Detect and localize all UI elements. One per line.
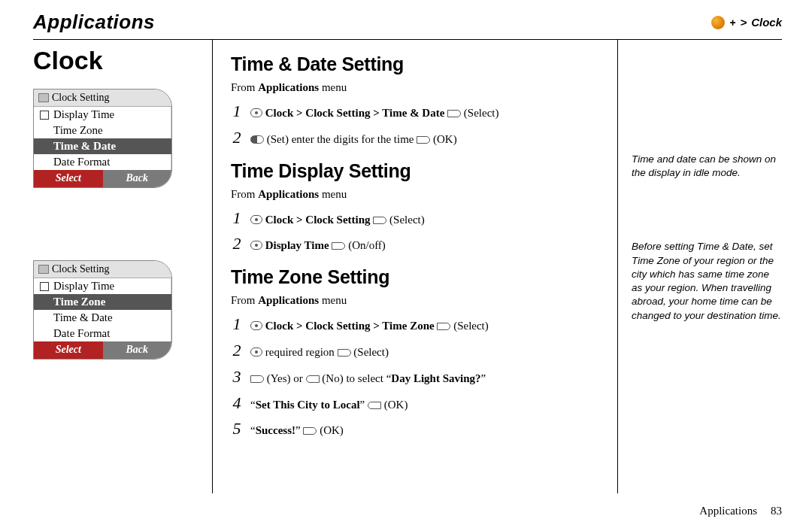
- softkey-back: Back: [103, 341, 172, 359]
- left-softkey-icon: [332, 242, 345, 250]
- right-softkey-icon: [368, 402, 381, 409]
- content-column: Time & Date Setting From Applications me…: [212, 40, 618, 493]
- softkey-back: Back: [103, 170, 172, 187]
- phone-title: Clock Setting: [52, 263, 110, 275]
- step: 2 required region (Select): [231, 339, 599, 363]
- from-line: From Applications menu: [231, 81, 599, 94]
- nav-key-icon: [250, 241, 262, 250]
- phone-titlebar: Clock Setting: [34, 261, 171, 278]
- nav-key-icon: [250, 347, 262, 357]
- nav-key-icon: [250, 321, 262, 330]
- breadcrumb-label: Clock: [751, 16, 782, 29]
- step-body: Clock > Clock Setting > Time & Date (Sel…: [250, 105, 599, 121]
- step: 2 Display Time (On/off): [231, 232, 599, 256]
- phone-row: Time Zone: [34, 123, 171, 138]
- left-softkey-icon: [250, 375, 264, 383]
- clock-setting-icon: [38, 93, 49, 102]
- step-body: Display Time (On/off): [250, 238, 599, 253]
- phone-row: Date Format: [34, 154, 171, 170]
- phone-softkeys: Select Back: [34, 170, 171, 187]
- step: 3 (Yes) or (No) to select “Day Light Sav…: [231, 366, 599, 389]
- side-note: Before setting Time & Date, set Time Zon…: [632, 240, 782, 322]
- right-softkey-icon: [306, 375, 320, 383]
- side-note: Time and date can be shown on the displa…: [632, 153, 782, 180]
- clock-setting-icon: [38, 265, 49, 274]
- phone-row: Display Time: [34, 107, 171, 123]
- section-heading: Time Zone Setting: [231, 266, 599, 288]
- phone-softkeys: Select Back: [34, 341, 171, 359]
- phone-row: Date Format: [34, 326, 171, 341]
- left-softkey-icon: [437, 323, 450, 330]
- phone-title: Clock Setting: [52, 92, 110, 104]
- phone-screenshot-1: Clock Setting Display Time Time Zone Tim…: [33, 89, 172, 188]
- breadcrumb: + > Clock: [711, 16, 782, 29]
- checkbox-icon: [40, 111, 49, 120]
- page-number: 83: [771, 505, 782, 517]
- checkbox-icon: [40, 282, 49, 291]
- page-footer: Applications 83: [699, 505, 782, 517]
- nav-key-icon: [250, 215, 262, 224]
- section-title: Applications: [33, 11, 155, 34]
- phone-titlebar: Clock Setting: [34, 90, 171, 107]
- plus-icon: +: [729, 17, 735, 29]
- step-num: 1: [231, 100, 243, 123]
- left-column: Clock Clock Setting Display Time Time Zo…: [33, 40, 212, 493]
- step: 1 Clock > Clock Setting (Select): [231, 207, 599, 230]
- step-body: (Set) enter the digits for the time (OK): [250, 132, 599, 147]
- step: 5 “Success!” (OK): [231, 417, 599, 441]
- left-softkey-icon: [417, 136, 430, 144]
- step: 4 “Set This City to Local” (OK): [231, 392, 599, 415]
- step-num: 5: [231, 417, 243, 441]
- page-title: Clock: [33, 46, 212, 75]
- softkey-select: Select: [34, 170, 103, 187]
- step: 1 Clock > Clock Setting > Time & Date (S…: [231, 100, 599, 123]
- left-softkey-icon: [447, 110, 461, 117]
- step-num: 4: [231, 392, 243, 415]
- softkey-select: Select: [34, 341, 103, 359]
- phone-row: Display Time: [34, 278, 171, 294]
- side-key-icon: [250, 135, 264, 144]
- phone-row-selected: Time Zone: [34, 294, 171, 310]
- step-body: Clock > Clock Setting > Time Zone (Selec…: [250, 318, 599, 334]
- step-body: required region (Select): [250, 344, 599, 360]
- phone-row-selected: Time & Date: [34, 138, 171, 154]
- notes-column: Time and date can be shown on the displa…: [618, 40, 782, 493]
- nav-key-icon: [250, 108, 262, 117]
- left-softkey-icon: [338, 349, 351, 357]
- step-num: 2: [231, 126, 243, 150]
- chevron-right-icon: >: [740, 16, 747, 29]
- step-num: 1: [231, 313, 243, 336]
- from-line: From Applications menu: [231, 188, 599, 201]
- page-body: Clock Clock Setting Display Time Time Zo…: [33, 39, 782, 493]
- step-body: Clock > Clock Setting (Select): [250, 212, 599, 228]
- section-heading: Time Display Setting: [231, 160, 599, 182]
- step: 2 (Set) enter the digits for the time (O…: [231, 126, 599, 150]
- from-line: From Applications menu: [231, 294, 599, 307]
- step-body: “Success!” (OK): [250, 423, 599, 438]
- globe-icon: [711, 16, 725, 29]
- step: 1 Clock > Clock Setting > Time Zone (Sel…: [231, 313, 599, 336]
- phone-screenshot-2: Clock Setting Display Time Time Zone Tim…: [33, 260, 172, 360]
- step-body: (Yes) or (No) to select “Day Light Savin…: [250, 371, 599, 387]
- left-softkey-icon: [303, 427, 317, 435]
- left-softkey-icon: [373, 217, 386, 224]
- page-header: Applications + > Clock: [33, 11, 782, 34]
- step-num: 2: [231, 339, 243, 363]
- step-num: 1: [231, 207, 243, 230]
- step-num: 3: [231, 366, 243, 389]
- footer-section: Applications: [699, 505, 757, 517]
- step-num: 2: [231, 232, 243, 256]
- section-heading: Time & Date Setting: [231, 53, 599, 75]
- step-body: “Set This City to Local” (OK): [250, 397, 599, 413]
- phone-row: Time & Date: [34, 310, 171, 326]
